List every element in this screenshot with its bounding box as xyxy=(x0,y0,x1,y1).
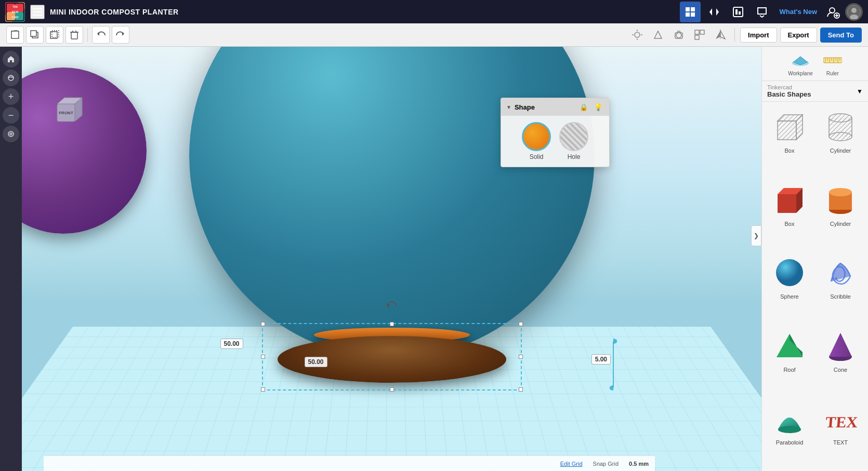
svg-rect-24 xyxy=(11,31,19,38)
home-view-button[interactable] xyxy=(3,51,19,68)
right-panel-toggle[interactable]: ❯ xyxy=(751,225,761,246)
paraboloid-icon xyxy=(771,400,808,437)
mirror-button[interactable] xyxy=(712,26,729,44)
svg-rect-60 xyxy=(823,58,842,63)
svg-marker-47 xyxy=(720,31,725,39)
rotate-handle[interactable] xyxy=(386,300,398,313)
svg-marker-12 xyxy=(709,8,712,16)
duplicate-button[interactable] xyxy=(26,26,44,44)
text-shape-icon: TEXT xyxy=(822,400,859,437)
shape-panel-body: Solid Hole xyxy=(501,116,609,167)
whats-new-button[interactable]: What's New xyxy=(775,8,821,16)
add-person-button[interactable] xyxy=(824,3,842,21)
shape-item-box-solid[interactable]: Box xyxy=(766,179,813,248)
snap-grid-value: 0.5 mm xyxy=(629,461,649,467)
workplane-tool[interactable]: Workplane xyxy=(788,51,813,76)
dimension-label-5: 5.00 xyxy=(591,354,611,365)
menu-button[interactable] xyxy=(30,5,45,19)
svg-marker-89 xyxy=(829,333,852,357)
new-button[interactable] xyxy=(6,26,24,44)
edit-grid-link[interactable]: Edit Grid xyxy=(560,461,583,467)
scribble-label: Scribble xyxy=(830,293,851,300)
cylinder-wire-label: Cylinder xyxy=(830,147,851,154)
send-to-button[interactable]: Send To xyxy=(820,28,862,43)
export-button[interactable]: Export xyxy=(780,28,817,43)
paraboloid-label: Paraboloid xyxy=(776,439,804,446)
shapes-dropdown-button[interactable]: ▼ xyxy=(857,88,863,95)
dimension-label-50-1: 50.00 xyxy=(220,339,243,349)
solid-circle xyxy=(522,122,551,151)
svg-rect-10 xyxy=(686,12,690,17)
shapes-lib-title: Basic Shapes xyxy=(767,90,853,98)
simulation-button[interactable] xyxy=(728,2,748,22)
svg-marker-57 xyxy=(387,305,389,307)
shape-item-paraboloid[interactable]: Paraboloid xyxy=(766,398,813,467)
undo-button[interactable] xyxy=(92,26,110,44)
svg-point-90 xyxy=(778,426,801,433)
toolbar: Import Export Send To xyxy=(0,23,868,47)
svg-rect-70 xyxy=(778,121,796,140)
dimension-label-50-2: 50.00 xyxy=(305,357,327,367)
ruler-icon xyxy=(823,51,842,70)
topbar: TIN KER CAD MINI INDOOR COMPOST PLANTER … xyxy=(0,0,868,23)
sphere-label: Sphere xyxy=(780,293,798,300)
roof-icon xyxy=(771,327,808,365)
panel-lock-button[interactable]: 🔒 xyxy=(578,101,589,113)
zoom-out-button[interactable]: − xyxy=(3,107,19,124)
svg-rect-28 xyxy=(50,32,57,38)
svg-text:TIN: TIN xyxy=(12,5,18,8)
redo-button[interactable] xyxy=(112,26,129,44)
solid-option[interactable]: Solid xyxy=(522,122,551,160)
svg-point-84 xyxy=(829,188,852,196)
shape-item-sphere[interactable]: Sphere xyxy=(766,252,813,321)
shape-item-cylinder-solid[interactable]: Cylinder xyxy=(817,179,864,248)
shape-item-cone[interactable]: Cone xyxy=(817,325,864,394)
svg-rect-14 xyxy=(733,7,743,17)
camera-button[interactable] xyxy=(670,26,688,44)
view-cube[interactable]: FRONT xyxy=(53,93,86,127)
scribble-icon xyxy=(822,254,859,291)
code-view-button[interactable] xyxy=(704,2,725,22)
shape-panel-header: ▼ Shape 🔒 💡 xyxy=(501,98,609,116)
panel-collapse-arrow[interactable]: ▼ xyxy=(506,104,511,110)
ruler-tool[interactable]: Ruler xyxy=(823,51,842,76)
import-button[interactable]: Import xyxy=(740,28,777,43)
orbit-button[interactable] xyxy=(3,70,19,86)
shape-item-scribble[interactable]: Scribble xyxy=(817,252,864,321)
shape-item-box-wire[interactable]: Box xyxy=(766,106,813,175)
toolbar-sep-2 xyxy=(734,28,735,42)
ruler-label: Ruler xyxy=(826,71,839,76)
collab-button[interactable] xyxy=(752,2,772,22)
box-wire-label: Box xyxy=(785,147,795,154)
design-view-button[interactable] xyxy=(680,2,701,22)
svg-point-41 xyxy=(676,33,681,38)
viewport[interactable]: 50.00 50.00 5.00 FRONT xyxy=(22,47,761,471)
svg-point-78 xyxy=(829,114,852,122)
snap-button[interactable] xyxy=(691,26,708,44)
shape-item-roof[interactable]: Roof xyxy=(766,325,813,394)
hole-option[interactable]: Hole xyxy=(559,122,588,160)
tinkercad-logo[interactable]: TIN KER CAD xyxy=(5,2,25,22)
svg-rect-79 xyxy=(778,194,796,213)
topbar-right: What's New xyxy=(680,2,863,22)
cylinder-solid-label: Cylinder xyxy=(830,221,851,227)
zoom-in-button[interactable]: + xyxy=(3,88,19,105)
svg-marker-13 xyxy=(716,8,719,16)
roof-label: Roof xyxy=(783,367,795,373)
light-toggle-button[interactable] xyxy=(628,26,646,44)
user-avatar[interactable] xyxy=(845,3,863,21)
svg-text:FRONT: FRONT xyxy=(59,111,73,115)
panel-light-button[interactable]: 💡 xyxy=(593,101,604,113)
delete-button[interactable] xyxy=(65,26,83,44)
svg-rect-9 xyxy=(691,7,695,11)
svg-rect-15 xyxy=(735,9,738,15)
fit-view-button[interactable] xyxy=(3,126,19,142)
shape-toggle-button[interactable] xyxy=(649,26,667,44)
svg-point-49 xyxy=(8,75,14,80)
shape-item-text[interactable]: TEXT TEXT xyxy=(817,398,864,467)
svg-marker-46 xyxy=(716,31,720,39)
shape-item-cylinder-wire[interactable]: Cylinder xyxy=(817,106,864,175)
copy-button[interactable] xyxy=(46,26,63,44)
svg-rect-43 xyxy=(695,30,699,34)
svg-rect-11 xyxy=(691,12,695,17)
